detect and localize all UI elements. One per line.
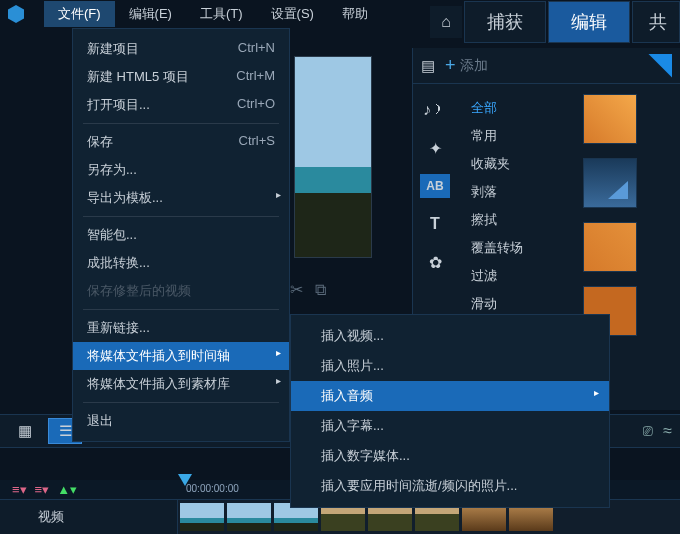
insert-audio[interactable]: 插入音频▸ (291, 381, 609, 411)
pin-icon[interactable] (648, 54, 672, 78)
menu-file[interactable]: 文件(F) (44, 1, 115, 27)
clip-thumb[interactable] (180, 503, 224, 531)
app-logo (8, 5, 24, 23)
track-label: 视频 (0, 500, 178, 534)
file-smart-pack[interactable]: 智能包... (73, 221, 289, 249)
add-button[interactable]: +添加 (445, 55, 488, 76)
cat-wipe[interactable]: 擦拭 (457, 206, 577, 234)
storyboard-view-button[interactable]: ▦ (8, 418, 42, 444)
tab-edit[interactable]: 编辑 (548, 1, 630, 43)
tab-capture[interactable]: 捕获 (464, 1, 546, 43)
insert-timelapse[interactable]: 插入要应用时间流逝/频闪的照片... (291, 471, 609, 501)
clip-thumb[interactable] (227, 503, 271, 531)
cat-favorites[interactable]: 收藏夹 (457, 150, 577, 178)
effects-icon[interactable]: ✦ (420, 136, 450, 160)
transition-thumb[interactable] (583, 222, 637, 272)
top-tabs: ⌂ 捕获 编辑 共 (430, 0, 680, 44)
insert-digital[interactable]: 插入数字媒体... (291, 441, 609, 471)
side-panel-header: ▤ +添加 (413, 48, 680, 84)
file-batch-convert[interactable]: 成批转换... (73, 249, 289, 277)
file-relink[interactable]: 重新链接... (73, 314, 289, 342)
insert-submenu: 插入视频... 插入照片... 插入音频▸ 插入字幕... 插入数字媒体... … (290, 314, 610, 508)
library-icon[interactable]: ▤ (421, 57, 435, 75)
transition-thumb[interactable] (583, 94, 637, 144)
tab-share[interactable]: 共 (632, 1, 680, 43)
file-save-as[interactable]: 另存为... (73, 156, 289, 184)
file-insert-library[interactable]: 将媒体文件插入到素材库▸ (73, 370, 289, 398)
preview-thumbnail[interactable] (294, 56, 372, 258)
insert-video[interactable]: 插入视频... (291, 321, 609, 351)
insert-subtitle[interactable]: 插入字幕... (291, 411, 609, 441)
file-new-project[interactable]: 新建项目Ctrl+N (73, 35, 289, 63)
list2-icon: ≡▾ (35, 482, 50, 497)
file-dropdown: 新建项目Ctrl+N 新建 HTML5 项目Ctrl+M 打开项目...Ctrl… (72, 28, 290, 442)
cat-filter[interactable]: 过滤 (457, 262, 577, 290)
preview-controls: ✂ ⧉ (290, 280, 326, 299)
copy-icon[interactable]: ⧉ (315, 281, 326, 299)
menu-settings[interactable]: 设置(S) (257, 1, 328, 27)
mixer-icon[interactable]: ⎚ (643, 422, 653, 440)
transition-thumb[interactable] (583, 158, 637, 208)
file-new-html5[interactable]: 新建 HTML5 项目Ctrl+M (73, 63, 289, 91)
menu-help[interactable]: 帮助 (328, 1, 382, 27)
title-icon[interactable]: T (420, 212, 450, 236)
graphics-icon[interactable]: ✿ (420, 250, 450, 274)
audio-icon[interactable]: ≈ (663, 422, 672, 440)
marker-icon: ▲▾ (57, 482, 77, 497)
list-icon: ≡▾ (12, 482, 27, 497)
file-open-project[interactable]: 打开项目...Ctrl+O (73, 91, 289, 119)
transitions-icon[interactable]: AB (420, 174, 450, 198)
insert-photo[interactable]: 插入照片... (291, 351, 609, 381)
cat-common[interactable]: 常用 (457, 122, 577, 150)
add-label: 添加 (460, 57, 488, 75)
music-icon[interactable]: ♪᠈ (420, 98, 450, 122)
file-save[interactable]: 保存Ctrl+S (73, 128, 289, 156)
cat-cover[interactable]: 覆盖转场 (457, 234, 577, 262)
menu-tools[interactable]: 工具(T) (186, 1, 257, 27)
cat-peel[interactable]: 剥落 (457, 178, 577, 206)
menu-edit[interactable]: 编辑(E) (115, 1, 186, 27)
file-save-trimmed: 保存修整后的视频 (73, 277, 289, 305)
file-exit[interactable]: 退出 (73, 407, 289, 435)
ruler-tick: 00:00:00:00 (186, 483, 239, 494)
file-export-template[interactable]: 导出为模板...▸ (73, 184, 289, 212)
cat-all[interactable]: 全部 (457, 94, 577, 122)
cut-icon[interactable]: ✂ (290, 280, 303, 299)
file-insert-timeline[interactable]: 将媒体文件插入到时间轴▸ (73, 342, 289, 370)
home-icon[interactable]: ⌂ (430, 6, 462, 38)
